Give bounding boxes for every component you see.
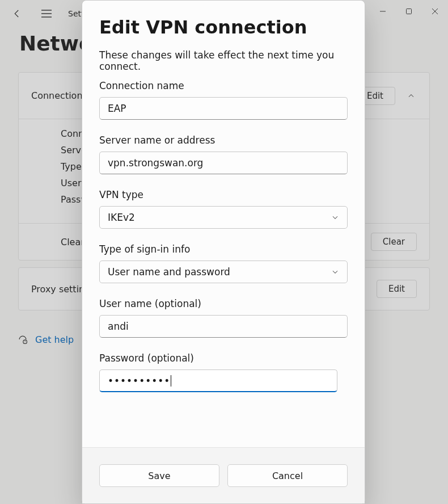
save-button[interactable]: Save xyxy=(99,464,219,487)
connection-name-label: Connection name xyxy=(99,80,348,91)
cancel-button[interactable]: Cancel xyxy=(227,464,348,487)
signin-type-select[interactable]: User name and password xyxy=(99,261,348,283)
username-input[interactable] xyxy=(99,315,348,338)
password-label: Password (optional) xyxy=(99,352,348,364)
signin-type-label: Type of sign-in info xyxy=(99,243,348,255)
text-caret xyxy=(171,375,171,387)
server-input[interactable] xyxy=(99,152,348,174)
vpn-type-select[interactable]: IKEv2 xyxy=(99,206,348,229)
password-mask: •••••••••• xyxy=(108,375,170,387)
dialog-subtitle: These changes will take effect the next … xyxy=(99,49,348,72)
connection-name-input[interactable] xyxy=(99,97,348,120)
vpn-type-label: VPN type xyxy=(99,189,348,200)
edit-vpn-dialog: Edit VPN connection These changes will t… xyxy=(82,0,365,504)
password-input[interactable]: •••••••••• xyxy=(99,369,337,392)
server-label: Server name or address xyxy=(99,135,348,146)
dialog-title: Edit VPN connection xyxy=(99,16,348,38)
username-label: User name (optional) xyxy=(99,298,348,309)
dialog-footer: Save Cancel xyxy=(82,447,365,503)
